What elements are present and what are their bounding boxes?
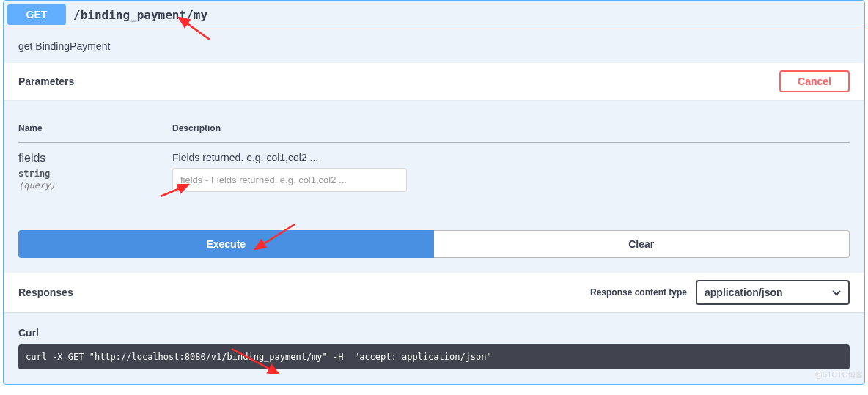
parameters-title: Parameters	[18, 75, 74, 87]
param-type: string	[18, 165, 172, 180]
http-method-badge: GET	[7, 4, 66, 25]
parameters-table-wrap: Name Description fields string (query) F…	[4, 100, 864, 215]
watermark-text: @51CTO博客	[815, 370, 864, 380]
responses-title: Responses	[18, 287, 73, 298]
operation-block: GET /binding_payment/my get BindingPayme…	[3, 0, 865, 385]
content-type-row: Response content type application/json	[590, 280, 850, 305]
responses-header: Responses Response content type applicat…	[4, 273, 864, 312]
curl-command[interactable]: curl -X GET "http://localhost:8080/v1/bi…	[18, 344, 850, 369]
parameters-table: Name Description fields string (query) F…	[18, 114, 850, 201]
parameter-row: fields string (query) Fields returned. e…	[18, 143, 850, 202]
clear-button[interactable]: Clear	[434, 230, 850, 258]
column-header-name: Name	[18, 114, 172, 143]
operation-summary-row[interactable]: GET /binding_payment/my	[4, 1, 864, 29]
param-description: Fields returned. e.g. col1,col2 ...	[172, 152, 850, 163]
param-in: (query)	[18, 180, 172, 191]
parameters-header: Parameters Cancel	[4, 63, 864, 100]
content-type-label: Response content type	[590, 287, 687, 298]
curl-section: Curl curl -X GET "http://localhost:8080/…	[4, 312, 864, 384]
param-value-input[interactable]	[172, 168, 407, 192]
cancel-button[interactable]: Cancel	[779, 70, 850, 92]
operation-summary-text: get BindingPayment	[4, 29, 864, 63]
execute-button[interactable]: Execute	[18, 230, 434, 258]
curl-title: Curl	[18, 327, 850, 339]
operation-path: /binding_payment/my	[66, 8, 215, 22]
content-type-select[interactable]: application/json	[696, 280, 850, 305]
param-name: fields	[18, 152, 172, 165]
execute-row: Execute Clear	[4, 215, 864, 273]
column-header-description: Description	[172, 114, 850, 143]
